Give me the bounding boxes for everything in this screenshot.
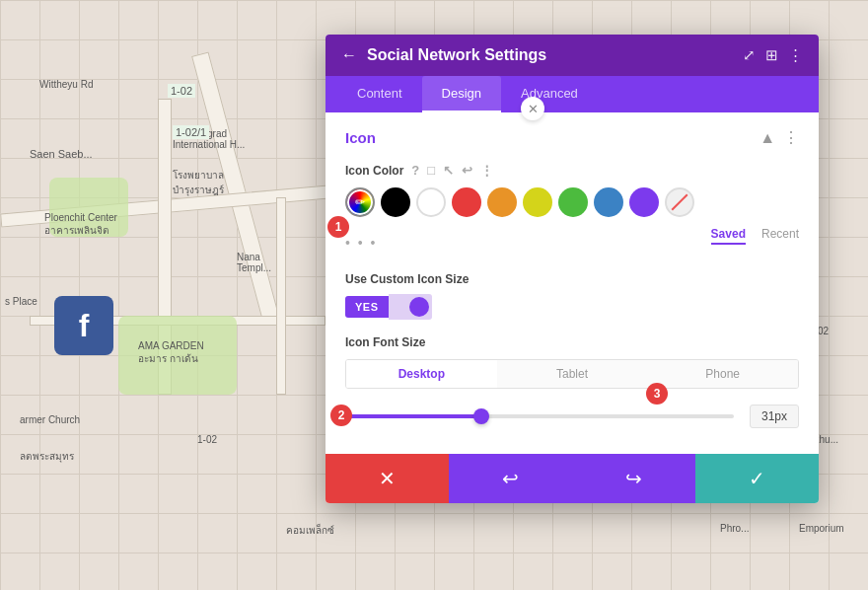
map-label: Ploenchit Centerอาคารเพลินจิต bbox=[44, 212, 117, 238]
map-label: 1-02 bbox=[168, 84, 195, 98]
cancel-button[interactable]: ✕ bbox=[326, 454, 449, 503]
map-label: NanaTempl... bbox=[237, 252, 271, 273]
tab-design[interactable]: Design bbox=[422, 76, 501, 112]
section-header: Icon ▲ ⋮ bbox=[345, 128, 799, 147]
modal-header-left: ← Social Network Settings bbox=[341, 46, 546, 64]
modal-body: Icon ▲ ⋮ Icon Color ? □ ↖ ↩ ⋮ ✏ bbox=[326, 112, 819, 454]
icon-color-label: Icon Color ? □ ↖ ↩ ⋮ bbox=[345, 163, 799, 178]
map-label: armer Church bbox=[20, 414, 80, 425]
color-swatch-none[interactable] bbox=[665, 187, 694, 217]
pen-icon: ✏ bbox=[355, 195, 365, 209]
color-swatch-orange[interactable] bbox=[487, 187, 517, 217]
badge-1: 1 bbox=[327, 216, 349, 238]
map-label: Emporium bbox=[799, 523, 844, 534]
modal-header: ← Social Network Settings ⤢ ⊞ ⋮ bbox=[326, 35, 819, 76]
modal-header-right: ⤢ ⊞ ⋮ bbox=[743, 46, 803, 64]
map-label: โรงพยาบาลบำรุงราษฎร์ bbox=[173, 168, 224, 197]
badge-2: 2 bbox=[330, 405, 352, 426]
tab-bar: Content Design Advanced bbox=[326, 76, 819, 112]
map-label: Saen Saeb... bbox=[30, 148, 93, 160]
device-icon[interactable]: □ bbox=[427, 163, 435, 178]
modal-title: Social Network Settings bbox=[367, 46, 546, 64]
toggle-control: YES bbox=[345, 294, 799, 320]
custom-icon-size-label: Use Custom Icon Size bbox=[345, 272, 799, 286]
collapse-icon[interactable]: ▲ bbox=[760, 129, 775, 147]
section-header-icons: ▲ ⋮ bbox=[760, 128, 799, 147]
redo-button[interactable]: ↪ bbox=[572, 454, 695, 503]
slider-thumb[interactable] bbox=[473, 408, 489, 424]
device-tabs: Desktop Tablet Phone bbox=[345, 359, 799, 389]
badge-3: 3 bbox=[646, 383, 668, 405]
more-options-icon[interactable]: ⋮ bbox=[788, 46, 803, 64]
color-swatch-white[interactable] bbox=[416, 187, 446, 217]
device-tab-desktop[interactable]: Desktop bbox=[346, 360, 497, 388]
map-label: 1-02 bbox=[197, 434, 217, 445]
color-swatches: ✏ bbox=[345, 187, 799, 217]
map-label: s Place bbox=[5, 296, 37, 307]
map-label: คอมเพล็กซ์ bbox=[286, 523, 334, 538]
more-icon[interactable]: ⋮ bbox=[480, 163, 493, 178]
slider-value[interactable]: 31px bbox=[750, 405, 799, 428]
color-swatch-green[interactable] bbox=[558, 187, 588, 217]
font-size-slider[interactable] bbox=[345, 414, 734, 418]
expand-icon[interactable]: ⤢ bbox=[743, 46, 756, 64]
toggle-yes-label: YES bbox=[345, 296, 389, 318]
icon-font-size-section: Icon Font Size Desktop Tablet Phone 31px bbox=[345, 335, 799, 428]
tab-advanced[interactable]: Advanced bbox=[501, 76, 598, 112]
saved-tab[interactable]: Saved bbox=[711, 227, 746, 245]
map-label: 1-02/1 bbox=[173, 125, 209, 139]
reset-icon[interactable]: ↩ bbox=[462, 163, 472, 178]
color-swatch-black[interactable] bbox=[381, 187, 410, 217]
device-tab-tablet[interactable]: Tablet bbox=[497, 360, 648, 388]
saved-recent-row: • • • Saved Recent bbox=[345, 227, 799, 258]
section-title: Icon bbox=[345, 129, 376, 146]
map-label: Phro... bbox=[720, 523, 749, 534]
confirm-button[interactable]: ✓ bbox=[695, 454, 819, 503]
back-button[interactable]: ← bbox=[341, 46, 357, 64]
section-more-icon[interactable]: ⋮ bbox=[783, 128, 799, 147]
map-road bbox=[276, 197, 286, 395]
modal-footer: ✕ ↩ ↪ ✓ bbox=[326, 454, 819, 503]
color-swatch-yellow[interactable] bbox=[523, 187, 552, 217]
color-swatch-blue[interactable] bbox=[594, 187, 623, 217]
map-label: ลตพระสมุทร bbox=[20, 449, 74, 464]
more-dots[interactable]: • • • bbox=[345, 235, 377, 251]
icon-font-size-label: Icon Font Size bbox=[345, 335, 799, 349]
undo-button[interactable]: ↩ bbox=[449, 454, 572, 503]
help-icon[interactable]: ? bbox=[411, 163, 419, 178]
color-swatch-red[interactable] bbox=[452, 187, 481, 217]
modal-close-button[interactable]: ✕ bbox=[521, 97, 544, 120]
saved-recent-tabs: Saved Recent bbox=[711, 227, 799, 245]
custom-icon-size-row: Use Custom Icon Size YES bbox=[345, 272, 799, 320]
toggle-switch[interactable] bbox=[389, 294, 432, 320]
settings-modal: ← Social Network Settings ⤢ ⊞ ⋮ Content … bbox=[326, 35, 819, 503]
toggle-thumb bbox=[409, 297, 429, 317]
recent-tab[interactable]: Recent bbox=[761, 227, 799, 245]
grid-icon[interactable]: ⊞ bbox=[765, 46, 778, 64]
map-label: Wittheyu Rd bbox=[39, 79, 93, 90]
facebook-map-marker[interactable]: f bbox=[54, 296, 113, 355]
slider-fill bbox=[345, 414, 481, 418]
device-tab-phone[interactable]: Phone bbox=[647, 360, 798, 388]
icon-color-tools: ? □ ↖ ↩ ⋮ bbox=[411, 163, 493, 178]
color-swatch-purple[interactable] bbox=[629, 187, 659, 217]
map-label: AMA GARDENอะมาร กาเด้น bbox=[138, 340, 204, 366]
tab-content[interactable]: Content bbox=[337, 76, 422, 112]
cursor-icon[interactable]: ↖ bbox=[443, 163, 454, 178]
color-swatch-gradient[interactable]: ✏ bbox=[345, 187, 375, 217]
slider-row: 31px bbox=[345, 405, 799, 428]
